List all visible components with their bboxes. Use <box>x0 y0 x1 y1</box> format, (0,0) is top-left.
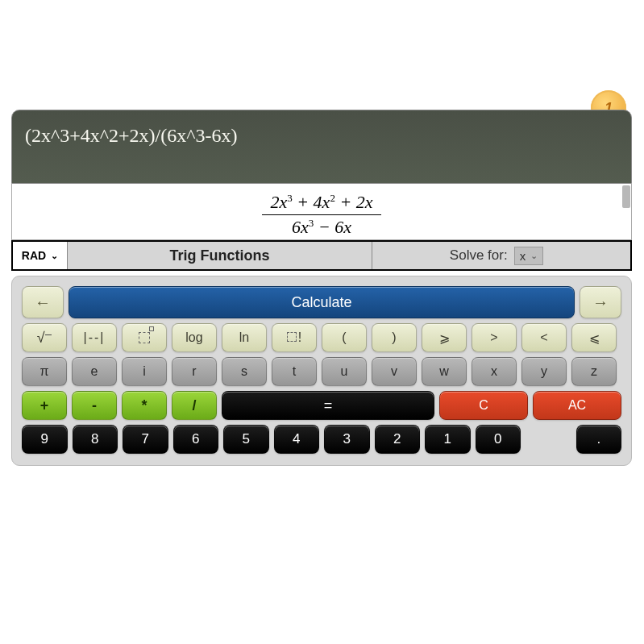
gt-button[interactable]: > <box>472 323 517 352</box>
sqrt-button[interactable]: √ <box>22 323 67 352</box>
sqrt-icon: √ <box>37 330 52 347</box>
lt-button[interactable]: < <box>521 323 567 352</box>
display-input: (2x^3+4x^2+2x)/(6x^3-6x) <box>25 125 618 147</box>
decimal-button[interactable]: . <box>576 425 622 454</box>
keypad: ← Calculate → √ |--|logln!()⩾><⩽ πeirstu… <box>11 276 632 466</box>
digit-5-button[interactable]: 5 <box>223 425 269 454</box>
digit-6-button[interactable]: 6 <box>173 425 219 454</box>
var-w-button[interactable]: w <box>422 357 467 386</box>
angle-mode-value: RAD <box>22 249 46 262</box>
log-button[interactable]: log <box>172 323 217 352</box>
abs-button[interactable]: |--| <box>72 323 117 352</box>
solve-for-label: Solve for: <box>450 247 508 264</box>
power-button[interactable] <box>122 323 167 352</box>
var-i-button[interactable]: i <box>122 357 167 386</box>
multiply-button[interactable]: * <box>122 391 167 420</box>
var-π-button[interactable]: π <box>22 357 67 386</box>
digit-1-button[interactable]: 1 <box>425 425 471 454</box>
lparen-button[interactable]: ( <box>322 323 367 352</box>
digit-7-button[interactable]: 7 <box>123 425 168 454</box>
denominator: 6x3 − 6x <box>262 215 380 239</box>
digit-2-button[interactable]: 2 <box>375 425 421 454</box>
var-v-button[interactable]: v <box>372 357 417 386</box>
toolbar: RAD ⌄ Trig Functions Solve for: x ⌄ <box>11 240 632 271</box>
var-y-button[interactable]: y <box>521 357 567 386</box>
power-icon <box>139 332 150 343</box>
divide-button[interactable]: / <box>172 391 217 420</box>
plus-button[interactable]: + <box>22 391 67 420</box>
formula-preview[interactable]: 2x3 + 4x2 + 2x 6x3 − 6x <box>11 184 632 240</box>
var-e-button[interactable]: e <box>72 357 117 386</box>
trig-functions-button[interactable]: Trig Functions <box>68 242 372 269</box>
var-z-button[interactable]: z <box>571 357 617 386</box>
scrollbar-thumb[interactable] <box>622 185 630 208</box>
solve-for-panel: Solve for: x ⌄ <box>372 242 630 269</box>
var-t-button[interactable]: t <box>272 357 317 386</box>
chevron-down-icon: ⌄ <box>51 251 58 261</box>
var-x-button[interactable]: x <box>472 357 517 386</box>
all-clear-button[interactable]: AC <box>533 391 621 420</box>
lte-button[interactable]: ⩽ <box>571 323 617 352</box>
solve-variable-select[interactable]: x ⌄ <box>514 247 544 265</box>
digit-4-button[interactable]: 4 <box>274 425 320 454</box>
var-u-button[interactable]: u <box>322 357 367 386</box>
var-r-button[interactable]: r <box>172 357 217 386</box>
fraction: 2x3 + 4x2 + 2x 6x3 − 6x <box>262 190 380 240</box>
var-s-button[interactable]: s <box>222 357 267 386</box>
rparen-button[interactable]: ) <box>372 323 417 352</box>
angle-mode-select[interactable]: RAD ⌄ <box>13 242 68 269</box>
digit-9-button[interactable]: 9 <box>22 425 68 454</box>
calculator: (2x^3+4x^2+2x)/(6x^3-6x) 2x3 + 4x2 + 2x … <box>11 110 632 466</box>
abs-icon: |--| <box>84 330 106 345</box>
factorial-button[interactable]: ! <box>272 323 317 352</box>
ln-button[interactable]: ln <box>222 323 267 352</box>
equals-button[interactable]: = <box>222 391 434 420</box>
gte-button[interactable]: ⩾ <box>422 323 467 352</box>
calculate-button[interactable]: Calculate <box>69 286 575 318</box>
digit-8-button[interactable]: 8 <box>73 425 118 454</box>
display-panel[interactable]: (2x^3+4x^2+2x)/(6x^3-6x) <box>11 110 632 184</box>
numerator: 2x3 + 4x2 + 2x <box>262 190 380 215</box>
cursor-right-button[interactable]: → <box>580 286 621 318</box>
cursor-left-button[interactable]: ← <box>22 286 64 318</box>
minus-button[interactable]: - <box>72 391 117 420</box>
chevron-down-icon: ⌄ <box>530 251 538 261</box>
digit-3-button[interactable]: 3 <box>324 425 370 454</box>
factorial-icon: ! <box>287 330 301 345</box>
digit-0-button[interactable]: 0 <box>476 425 521 454</box>
clear-button[interactable]: C <box>439 391 528 420</box>
